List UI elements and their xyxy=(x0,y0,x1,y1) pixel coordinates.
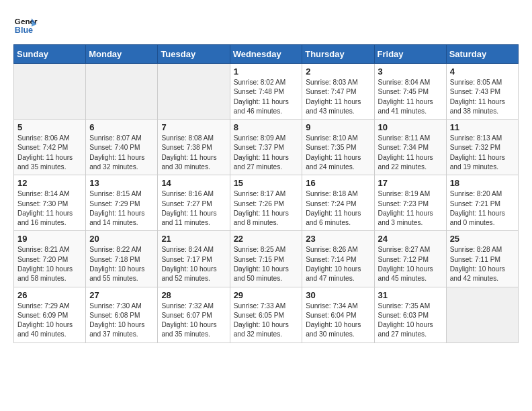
page-header: General Blue xyxy=(13,13,519,38)
calendar-cell xyxy=(86,64,158,120)
calendar-cell: 31Sunrise: 7:35 AM Sunset: 6:03 PM Dayli… xyxy=(374,287,446,342)
calendar-cell: 16Sunrise: 8:18 AM Sunset: 7:24 PM Dayli… xyxy=(302,175,374,231)
weekday-header-row: SundayMondayTuesdayWednesdayThursdayFrid… xyxy=(14,45,519,64)
calendar-week-5: 26Sunrise: 7:29 AM Sunset: 6:09 PM Dayli… xyxy=(14,287,519,342)
day-info: Sunrise: 8:03 AM Sunset: 7:47 PM Dayligh… xyxy=(306,78,370,116)
day-number: 20 xyxy=(89,234,154,244)
day-number: 23 xyxy=(306,234,370,244)
calendar-cell: 17Sunrise: 8:19 AM Sunset: 7:23 PM Dayli… xyxy=(374,175,446,231)
calendar-cell: 21Sunrise: 8:24 AM Sunset: 7:17 PM Dayli… xyxy=(158,231,230,287)
day-info: Sunrise: 8:19 AM Sunset: 7:23 PM Dayligh… xyxy=(378,189,443,228)
day-number: 27 xyxy=(89,290,154,300)
svg-text:Blue: Blue xyxy=(15,26,33,35)
day-info: Sunrise: 8:09 AM Sunset: 7:37 PM Dayligh… xyxy=(234,134,299,172)
calendar-cell: 29Sunrise: 7:33 AM Sunset: 6:05 PM Dayli… xyxy=(230,287,302,342)
day-info: Sunrise: 8:07 AM Sunset: 7:40 PM Dayligh… xyxy=(89,134,154,172)
day-info: Sunrise: 8:18 AM Sunset: 7:24 PM Dayligh… xyxy=(306,189,370,228)
calendar-cell: 3Sunrise: 8:04 AM Sunset: 7:45 PM Daylig… xyxy=(374,64,446,120)
day-number: 1 xyxy=(234,66,299,77)
day-number: 13 xyxy=(89,178,154,188)
calendar-cell: 6Sunrise: 8:07 AM Sunset: 7:40 PM Daylig… xyxy=(86,120,158,175)
day-number: 29 xyxy=(234,290,299,300)
day-number: 22 xyxy=(234,234,299,244)
day-info: Sunrise: 8:04 AM Sunset: 7:45 PM Dayligh… xyxy=(378,78,443,116)
calendar-cell: 2Sunrise: 8:03 AM Sunset: 7:47 PM Daylig… xyxy=(302,64,374,120)
day-number: 16 xyxy=(306,178,370,188)
calendar-cell: 27Sunrise: 7:30 AM Sunset: 6:08 PM Dayli… xyxy=(86,287,158,342)
calendar-cell xyxy=(158,64,230,120)
day-info: Sunrise: 8:26 AM Sunset: 7:14 PM Dayligh… xyxy=(306,245,370,283)
calendar-cell: 11Sunrise: 8:13 AM Sunset: 7:32 PM Dayli… xyxy=(446,120,518,175)
day-info: Sunrise: 8:24 AM Sunset: 7:17 PM Dayligh… xyxy=(161,245,226,283)
day-number: 19 xyxy=(17,234,82,244)
day-info: Sunrise: 8:27 AM Sunset: 7:12 PM Dayligh… xyxy=(378,245,443,283)
calendar-cell: 14Sunrise: 8:16 AM Sunset: 7:27 PM Dayli… xyxy=(158,175,230,231)
calendar-cell: 30Sunrise: 7:34 AM Sunset: 6:04 PM Dayli… xyxy=(302,287,374,342)
calendar-cell: 12Sunrise: 8:14 AM Sunset: 7:30 PM Dayli… xyxy=(14,175,86,231)
calendar-week-3: 12Sunrise: 8:14 AM Sunset: 7:30 PM Dayli… xyxy=(14,175,519,231)
calendar-cell: 13Sunrise: 8:15 AM Sunset: 7:29 PM Dayli… xyxy=(86,175,158,231)
day-number: 21 xyxy=(161,234,226,244)
day-number: 15 xyxy=(234,178,299,188)
day-number: 9 xyxy=(306,122,370,132)
calendar-cell: 4Sunrise: 8:05 AM Sunset: 7:43 PM Daylig… xyxy=(446,64,518,120)
day-info: Sunrise: 7:34 AM Sunset: 6:04 PM Dayligh… xyxy=(306,302,370,340)
day-number: 18 xyxy=(450,178,515,188)
day-number: 8 xyxy=(234,122,299,132)
day-number: 24 xyxy=(378,234,443,244)
day-info: Sunrise: 7:33 AM Sunset: 6:05 PM Dayligh… xyxy=(234,302,299,340)
day-info: Sunrise: 7:35 AM Sunset: 6:03 PM Dayligh… xyxy=(378,302,443,340)
calendar-table: SundayMondayTuesdayWednesdayThursdayFrid… xyxy=(13,44,519,343)
weekday-header-monday: Monday xyxy=(86,45,158,64)
day-info: Sunrise: 7:29 AM Sunset: 6:09 PM Dayligh… xyxy=(17,302,82,340)
day-number: 2 xyxy=(306,66,370,77)
day-info: Sunrise: 8:02 AM Sunset: 7:48 PM Dayligh… xyxy=(234,78,299,116)
day-info: Sunrise: 8:22 AM Sunset: 7:18 PM Dayligh… xyxy=(89,245,154,283)
calendar-cell: 23Sunrise: 8:26 AM Sunset: 7:14 PM Dayli… xyxy=(302,231,374,287)
day-number: 7 xyxy=(161,122,226,132)
logo-icon: General Blue xyxy=(13,13,38,38)
calendar-cell: 1Sunrise: 8:02 AM Sunset: 7:48 PM Daylig… xyxy=(230,64,302,120)
weekday-header-wednesday: Wednesday xyxy=(230,45,302,64)
day-number: 3 xyxy=(378,66,443,77)
calendar-cell xyxy=(14,64,86,120)
calendar-cell: 22Sunrise: 8:25 AM Sunset: 7:15 PM Dayli… xyxy=(230,231,302,287)
day-info: Sunrise: 8:13 AM Sunset: 7:32 PM Dayligh… xyxy=(450,134,515,172)
calendar-cell: 9Sunrise: 8:10 AM Sunset: 7:35 PM Daylig… xyxy=(302,120,374,175)
calendar-cell: 28Sunrise: 7:32 AM Sunset: 6:07 PM Dayli… xyxy=(158,287,230,342)
day-number: 4 xyxy=(450,66,515,77)
calendar-cell xyxy=(446,287,518,342)
day-number: 28 xyxy=(161,290,226,300)
weekday-header-saturday: Saturday xyxy=(446,45,518,64)
day-info: Sunrise: 8:05 AM Sunset: 7:43 PM Dayligh… xyxy=(450,78,515,116)
day-info: Sunrise: 8:06 AM Sunset: 7:42 PM Dayligh… xyxy=(17,134,82,172)
day-number: 30 xyxy=(306,290,370,300)
calendar-cell: 19Sunrise: 8:21 AM Sunset: 7:20 PM Dayli… xyxy=(14,231,86,287)
day-number: 12 xyxy=(17,178,82,188)
calendar-week-1: 1Sunrise: 8:02 AM Sunset: 7:48 PM Daylig… xyxy=(14,64,519,120)
weekday-header-friday: Friday xyxy=(374,45,446,64)
weekday-header-sunday: Sunday xyxy=(14,45,86,64)
calendar-week-4: 19Sunrise: 8:21 AM Sunset: 7:20 PM Dayli… xyxy=(14,231,519,287)
calendar-cell: 7Sunrise: 8:08 AM Sunset: 7:38 PM Daylig… xyxy=(158,120,230,175)
day-info: Sunrise: 8:28 AM Sunset: 7:11 PM Dayligh… xyxy=(450,245,515,283)
calendar-cell: 25Sunrise: 8:28 AM Sunset: 7:11 PM Dayli… xyxy=(446,231,518,287)
day-number: 5 xyxy=(17,122,82,132)
calendar-cell: 26Sunrise: 7:29 AM Sunset: 6:09 PM Dayli… xyxy=(14,287,86,342)
day-info: Sunrise: 8:17 AM Sunset: 7:26 PM Dayligh… xyxy=(234,189,299,228)
day-info: Sunrise: 8:21 AM Sunset: 7:20 PM Dayligh… xyxy=(17,245,82,283)
weekday-header-tuesday: Tuesday xyxy=(158,45,230,64)
day-info: Sunrise: 8:16 AM Sunset: 7:27 PM Dayligh… xyxy=(161,189,226,228)
day-info: Sunrise: 8:25 AM Sunset: 7:15 PM Dayligh… xyxy=(234,245,299,283)
day-info: Sunrise: 7:32 AM Sunset: 6:07 PM Dayligh… xyxy=(161,302,226,340)
calendar-week-2: 5Sunrise: 8:06 AM Sunset: 7:42 PM Daylig… xyxy=(14,120,519,175)
day-number: 31 xyxy=(378,290,443,300)
day-number: 25 xyxy=(450,234,515,244)
day-info: Sunrise: 8:08 AM Sunset: 7:38 PM Dayligh… xyxy=(161,134,226,172)
calendar-cell: 20Sunrise: 8:22 AM Sunset: 7:18 PM Dayli… xyxy=(86,231,158,287)
day-number: 6 xyxy=(89,122,154,132)
day-number: 11 xyxy=(450,122,515,132)
weekday-header-thursday: Thursday xyxy=(302,45,374,64)
calendar-cell: 8Sunrise: 8:09 AM Sunset: 7:37 PM Daylig… xyxy=(230,120,302,175)
day-number: 10 xyxy=(378,122,443,132)
